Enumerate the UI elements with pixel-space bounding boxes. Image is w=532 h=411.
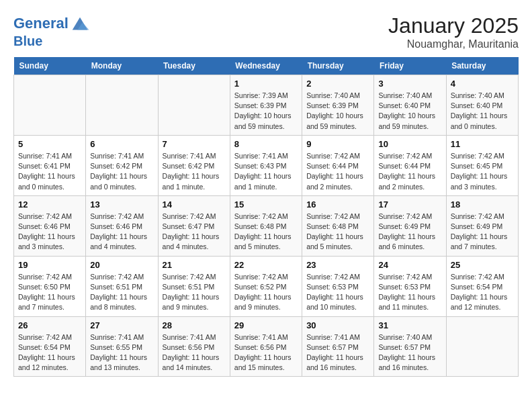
day-info: Sunrise: 7:42 AMSunset: 6:54 PMDaylight:…: [18, 332, 81, 373]
day-number: 29: [234, 320, 298, 330]
calendar-cell: 13Sunrise: 7:42 AMSunset: 6:46 PMDayligh…: [86, 195, 158, 256]
day-info: Sunrise: 7:42 AMSunset: 6:51 PMDaylight:…: [90, 272, 153, 313]
weekday-header-monday: Monday: [86, 57, 158, 75]
logo-icon: [70, 13, 90, 34]
calendar-cell: [446, 316, 518, 377]
day-info: Sunrise: 7:41 AMSunset: 6:55 PMDaylight:…: [90, 332, 153, 373]
calendar-cell: 11Sunrise: 7:42 AMSunset: 6:45 PMDayligh…: [446, 135, 518, 195]
logo-blue: Blue: [13, 34, 90, 48]
day-number: 24: [378, 260, 441, 270]
calendar-cell: 19Sunrise: 7:42 AMSunset: 6:50 PMDayligh…: [14, 256, 86, 316]
calendar-cell: 10Sunrise: 7:42 AMSunset: 6:44 PMDayligh…: [374, 135, 446, 195]
day-info: Sunrise: 7:42 AMSunset: 6:44 PMDaylight:…: [378, 151, 441, 192]
day-number: 16: [306, 199, 369, 210]
day-number: 31: [378, 320, 441, 330]
day-info: Sunrise: 7:42 AMSunset: 6:46 PMDaylight:…: [90, 212, 153, 253]
calendar-cell: 26Sunrise: 7:42 AMSunset: 6:54 PMDayligh…: [14, 316, 86, 377]
calendar-cell: 7Sunrise: 7:41 AMSunset: 6:42 PMDaylight…: [158, 135, 230, 195]
day-info: Sunrise: 7:42 AMSunset: 6:45 PMDaylight:…: [451, 151, 514, 192]
calendar-cell: 20Sunrise: 7:42 AMSunset: 6:51 PMDayligh…: [86, 256, 158, 316]
calendar-cell: 31Sunrise: 7:40 AMSunset: 6:57 PMDayligh…: [374, 316, 446, 377]
calendar-cell: 14Sunrise: 7:42 AMSunset: 6:47 PMDayligh…: [158, 195, 230, 256]
day-number: 21: [163, 260, 226, 270]
page-header: General Blue January 2025 Nouamghar, Mau…: [13, 13, 519, 50]
day-number: 14: [163, 199, 226, 210]
calendar-cell: 2Sunrise: 7:40 AMSunset: 6:39 PMDaylight…: [302, 75, 374, 136]
weekday-header-friday: Friday: [374, 57, 446, 75]
day-number: 11: [451, 139, 514, 149]
day-number: 22: [234, 260, 298, 270]
day-info: Sunrise: 7:42 AMSunset: 6:51 PMDaylight:…: [163, 272, 226, 313]
calendar-cell: 28Sunrise: 7:41 AMSunset: 6:56 PMDayligh…: [158, 316, 230, 377]
day-number: 3: [378, 79, 441, 89]
day-info: Sunrise: 7:42 AMSunset: 6:48 PMDaylight:…: [306, 212, 369, 253]
calendar-cell: 27Sunrise: 7:41 AMSunset: 6:55 PMDayligh…: [86, 316, 158, 377]
day-number: 12: [18, 199, 81, 210]
day-number: 20: [90, 260, 153, 270]
day-number: 17: [378, 199, 441, 210]
day-number: 6: [90, 139, 153, 149]
day-number: 4: [451, 79, 514, 89]
day-number: 30: [306, 320, 369, 330]
day-number: 27: [90, 320, 153, 330]
day-number: 18: [451, 199, 514, 210]
day-info: Sunrise: 7:42 AMSunset: 6:48 PMDaylight:…: [234, 212, 298, 253]
calendar-cell: 9Sunrise: 7:42 AMSunset: 6:44 PMDaylight…: [302, 135, 374, 195]
weekday-header-thursday: Thursday: [302, 57, 374, 75]
day-number: 26: [18, 320, 81, 330]
calendar-cell: 5Sunrise: 7:41 AMSunset: 6:41 PMDaylight…: [14, 135, 86, 195]
day-number: 5: [18, 139, 81, 149]
calendar-cell: 24Sunrise: 7:42 AMSunset: 6:53 PMDayligh…: [374, 256, 446, 316]
day-info: Sunrise: 7:39 AMSunset: 6:39 PMDaylight:…: [234, 91, 298, 132]
day-info: Sunrise: 7:42 AMSunset: 6:46 PMDaylight:…: [18, 212, 81, 253]
day-number: 8: [234, 139, 298, 149]
day-number: 2: [306, 79, 369, 89]
day-info: Sunrise: 7:41 AMSunset: 6:43 PMDaylight:…: [234, 151, 298, 192]
calendar-cell: 6Sunrise: 7:41 AMSunset: 6:42 PMDaylight…: [86, 135, 158, 195]
day-info: Sunrise: 7:40 AMSunset: 6:57 PMDaylight:…: [378, 332, 441, 373]
subtitle: Nouamghar, Mauritania: [388, 38, 519, 50]
day-info: Sunrise: 7:41 AMSunset: 6:57 PMDaylight:…: [306, 332, 369, 373]
day-number: 23: [306, 260, 369, 270]
day-info: Sunrise: 7:42 AMSunset: 6:44 PMDaylight:…: [306, 151, 369, 192]
calendar-cell: 12Sunrise: 7:42 AMSunset: 6:46 PMDayligh…: [14, 195, 86, 256]
day-info: Sunrise: 7:40 AMSunset: 6:39 PMDaylight:…: [306, 91, 369, 132]
logo: General Blue: [13, 13, 90, 48]
logo-text: General: [13, 15, 69, 32]
day-number: 15: [234, 199, 298, 210]
weekday-header-saturday: Saturday: [446, 57, 518, 75]
day-info: Sunrise: 7:40 AMSunset: 6:40 PMDaylight:…: [378, 91, 441, 132]
day-info: Sunrise: 7:42 AMSunset: 6:50 PMDaylight:…: [18, 272, 81, 313]
calendar-cell: [158, 75, 230, 136]
calendar-cell: 29Sunrise: 7:41 AMSunset: 6:56 PMDayligh…: [230, 316, 302, 377]
day-info: Sunrise: 7:42 AMSunset: 6:49 PMDaylight:…: [378, 212, 441, 253]
day-number: 7: [163, 139, 226, 149]
day-info: Sunrise: 7:41 AMSunset: 6:42 PMDaylight:…: [90, 151, 153, 192]
calendar-cell: 4Sunrise: 7:40 AMSunset: 6:40 PMDaylight…: [446, 75, 518, 136]
day-number: 28: [163, 320, 226, 330]
day-info: Sunrise: 7:42 AMSunset: 6:54 PMDaylight:…: [451, 272, 514, 313]
title-block: January 2025 Nouamghar, Mauritania: [388, 13, 519, 50]
calendar-cell: 17Sunrise: 7:42 AMSunset: 6:49 PMDayligh…: [374, 195, 446, 256]
day-info: Sunrise: 7:41 AMSunset: 6:56 PMDaylight:…: [163, 332, 226, 373]
month-title: January 2025: [388, 13, 519, 38]
calendar-cell: 8Sunrise: 7:41 AMSunset: 6:43 PMDaylight…: [230, 135, 302, 195]
day-number: 1: [234, 79, 298, 89]
day-number: 25: [451, 260, 514, 270]
day-info: Sunrise: 7:41 AMSunset: 6:42 PMDaylight:…: [163, 151, 226, 192]
calendar-cell: 16Sunrise: 7:42 AMSunset: 6:48 PMDayligh…: [302, 195, 374, 256]
day-info: Sunrise: 7:42 AMSunset: 6:53 PMDaylight:…: [306, 272, 369, 313]
calendar-cell: 22Sunrise: 7:42 AMSunset: 6:52 PMDayligh…: [230, 256, 302, 316]
calendar-cell: [86, 75, 158, 136]
weekday-header-tuesday: Tuesday: [158, 57, 230, 75]
day-info: Sunrise: 7:42 AMSunset: 6:52 PMDaylight:…: [234, 272, 298, 313]
calendar-table: SundayMondayTuesdayWednesdayThursdayFrid…: [13, 57, 519, 377]
day-number: 19: [18, 260, 81, 270]
day-info: Sunrise: 7:42 AMSunset: 6:53 PMDaylight:…: [378, 272, 441, 313]
day-number: 13: [90, 199, 153, 210]
calendar-cell: 23Sunrise: 7:42 AMSunset: 6:53 PMDayligh…: [302, 256, 374, 316]
calendar-cell: 1Sunrise: 7:39 AMSunset: 6:39 PMDaylight…: [230, 75, 302, 136]
calendar-cell: 3Sunrise: 7:40 AMSunset: 6:40 PMDaylight…: [374, 75, 446, 136]
day-info: Sunrise: 7:41 AMSunset: 6:56 PMDaylight:…: [234, 332, 298, 373]
weekday-header-wednesday: Wednesday: [230, 57, 302, 75]
